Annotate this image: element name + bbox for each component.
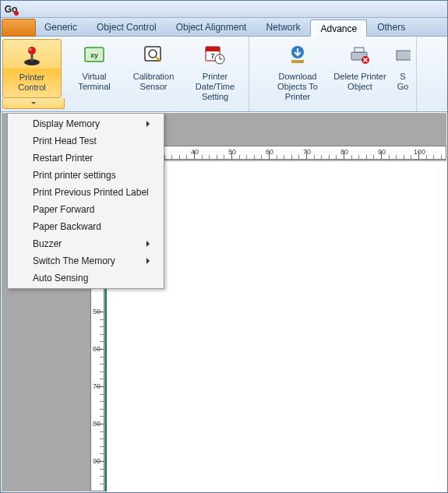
menu-item-label: Display Memory — [33, 118, 100, 129]
printer-control-button[interactable]: Printer Control — [2, 39, 62, 98]
tab-label: Object Control — [97, 22, 157, 33]
app-logo-dot-icon — [14, 11, 19, 16]
svg-point-2 — [28, 47, 36, 55]
joystick-icon — [19, 43, 45, 69]
printer-control-label: Printer Control — [5, 72, 59, 93]
sensor-icon — [140, 42, 167, 69]
tab-label: Generic — [44, 22, 77, 33]
virtual-terminal-button[interactable]: xy Virtual Terminal — [65, 39, 124, 109]
svg-rect-18 — [355, 48, 364, 52]
svg-rect-16 — [291, 60, 304, 63]
menu-item-label: Auto Sensing — [33, 273, 88, 283]
svg-rect-10 — [206, 47, 220, 51]
printer-datetime-button[interactable]: 7 Printer Date/Time Setting — [183, 39, 247, 109]
svg-point-3 — [30, 48, 32, 51]
menu-display-memory[interactable]: Display Memory — [8, 115, 164, 132]
calibration-sensor-label: Calibration Sensor — [125, 72, 182, 92]
printer-control-dropdown[interactable] — [2, 98, 65, 109]
tab-advance[interactable]: Advance — [310, 19, 367, 37]
menu-restart-printer[interactable]: Restart Printer — [8, 150, 164, 167]
submenu-arrow-icon — [146, 121, 150, 127]
menu-paper-forward[interactable]: Paper Forward — [8, 201, 164, 218]
menu-item-label: Print Previous Printed Label — [33, 187, 149, 198]
menu-item-label: Restart Printer — [33, 153, 93, 164]
tab-label: Network — [266, 22, 300, 33]
partial-icon — [391, 42, 414, 69]
tab-network[interactable]: Network — [256, 19, 309, 36]
chevron-down-icon — [31, 102, 36, 104]
tab-label: Others — [377, 22, 405, 33]
menu-print-head-test[interactable]: Print Head Test — [8, 132, 164, 150]
svg-rect-22 — [397, 51, 411, 60]
menu-item-label: Switch The Memory — [33, 255, 115, 266]
menu-switch-memory[interactable]: Switch The Memory — [8, 252, 164, 269]
titlebar: Go — [1, 1, 447, 18]
menu-auto-sensing[interactable]: Auto Sensing — [8, 269, 164, 287]
menu-print-previous-label[interactable]: Print Previous Printed Label — [8, 184, 164, 201]
menu-paper-backward[interactable]: Paper Backward — [8, 218, 164, 235]
partial-label-s: S — [400, 72, 405, 82]
ribbon-group-1: Printer Control xy Virtual Terminal — [1, 37, 249, 111]
menu-item-label: Paper Backward — [33, 221, 101, 232]
printer-delete-icon — [347, 42, 373, 69]
file-tab[interactable] — [2, 19, 36, 37]
tab-label: Object Alignment — [176, 22, 247, 33]
printer-control-menu: Display Memory Print Head Test Restart P… — [7, 113, 164, 289]
delete-printer-object-label: Delete Printer Object — [330, 72, 390, 92]
tab-label: Advance — [320, 23, 357, 34]
printer-datetime-label: Printer Date/Time Setting — [185, 72, 245, 102]
calendar-clock-icon: 7 — [202, 42, 228, 69]
menu-item-label: Buzzer — [33, 238, 62, 249]
ribbon: Printer Control xy Virtual Terminal — [1, 37, 447, 112]
menu-print-printer-settings[interactable]: Print printer settings — [8, 167, 164, 184]
menu-item-label: Print Head Test — [33, 136, 97, 146]
menu-buzzer[interactable]: Buzzer — [8, 235, 164, 252]
partial-button[interactable]: S Go — [391, 39, 414, 109]
app-window: Go Generic Object Control Object Alignme… — [0, 0, 448, 493]
ribbon-group-2: Download Objects To Printer Delete Print… — [265, 37, 417, 111]
app-logo: Go — [4, 2, 18, 16]
svg-text:xy: xy — [90, 51, 98, 59]
partial-label-go: Go — [397, 82, 409, 92]
tab-object-alignment[interactable]: Object Alignment — [167, 19, 256, 36]
download-icon — [284, 42, 311, 69]
menu-item-label: Paper Forward — [33, 204, 94, 215]
submenu-arrow-icon — [146, 241, 150, 247]
svg-text:7: 7 — [210, 52, 214, 60]
virtual-terminal-label: Virtual Terminal — [66, 72, 122, 92]
tab-others[interactable]: Others — [368, 19, 414, 36]
tab-generic[interactable]: Generic — [35, 19, 86, 36]
submenu-arrow-icon — [146, 258, 150, 264]
tabstrip: Generic Object Control Object Alignment … — [1, 18, 447, 37]
tab-object-control[interactable]: Object Control — [87, 19, 166, 36]
calibration-sensor-button[interactable]: Calibration Sensor — [124, 39, 183, 109]
terminal-icon: xy — [81, 42, 108, 69]
download-objects-label: Download Objects To Printer — [268, 72, 327, 102]
menu-item-label: Print printer settings — [33, 170, 116, 181]
delete-printer-object-button[interactable]: Delete Printer Object — [329, 39, 391, 109]
download-objects-button[interactable]: Download Objects To Printer — [266, 39, 329, 109]
